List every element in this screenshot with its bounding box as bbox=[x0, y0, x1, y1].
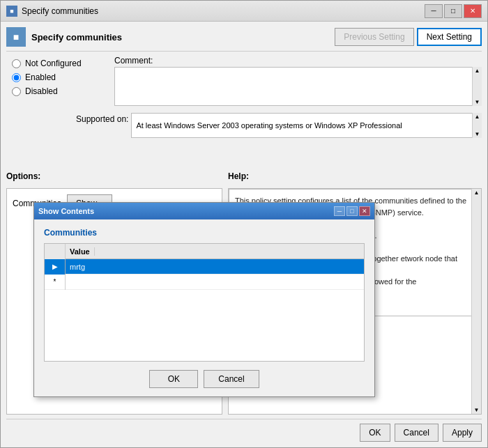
cancel-button[interactable]: Cancel bbox=[395, 424, 439, 442]
window-title: Specify communities bbox=[22, 6, 98, 16]
main-window: ■ Specify communities ─ □ ✕ ■ Specify co… bbox=[0, 0, 488, 448]
table-cell-value: mrtg bbox=[66, 263, 364, 271]
dialog-content: Communities Value ▶ mrtg bbox=[34, 219, 374, 396]
dialog-bottom-buttons: OK Cancel bbox=[44, 367, 365, 388]
next-setting-button[interactable]: Next Setting bbox=[417, 28, 482, 46]
supported-value: At least Windows Server 2003 operating s… bbox=[136, 121, 402, 130]
dialog-maximize-button[interactable]: □ bbox=[346, 206, 358, 216]
dialog-title: Show Contents bbox=[38, 207, 94, 215]
policy-icon: ■ bbox=[6, 27, 26, 47]
comment-scrollbar-up[interactable]: ▲ bbox=[473, 68, 481, 74]
title-bar-left: ■ Specify communities bbox=[6, 6, 98, 17]
supported-section: Supported on: At least Windows Server 20… bbox=[76, 113, 482, 138]
table-header: Value bbox=[45, 244, 364, 259]
dialog-cancel-button[interactable]: Cancel bbox=[204, 370, 259, 388]
header-left: ■ Specify communities bbox=[6, 27, 122, 47]
disabled-label: Disabled bbox=[25, 86, 58, 96]
dialog-section-label: Communities bbox=[44, 228, 365, 238]
comment-textarea[interactable] bbox=[114, 67, 482, 106]
enabled-radio[interactable] bbox=[12, 73, 21, 82]
table-gutter-asterisk: * bbox=[45, 275, 66, 290]
supported-scrollbar-down[interactable]: ▼ bbox=[473, 131, 481, 137]
close-button[interactable]: ✕ bbox=[464, 4, 482, 18]
options-label: Options: bbox=[6, 171, 222, 181]
supported-text: At least Windows Server 2003 operating s… bbox=[131, 113, 482, 138]
table-row[interactable]: * bbox=[45, 275, 364, 290]
config-section: Not Configured Enabled Disabled Comment: bbox=[6, 56, 482, 132]
help-scroll-down[interactable]: ▼ bbox=[473, 407, 480, 413]
supported-scrollbar-up[interactable]: ▲ bbox=[473, 114, 481, 120]
previous-setting-button[interactable]: Previous Setting bbox=[335, 28, 413, 46]
bottom-buttons: OK Cancel Apply bbox=[6, 419, 482, 442]
help-header: Help: bbox=[228, 171, 249, 181]
options-header: Options: bbox=[6, 171, 40, 181]
minimize-button[interactable]: ─ bbox=[425, 4, 443, 18]
dialog-ok-button[interactable]: OK bbox=[149, 370, 198, 388]
dialog-minimize-button[interactable]: ─ bbox=[334, 206, 345, 216]
help-scrollbar[interactable]: ▲ ▼ bbox=[471, 189, 481, 414]
dialog-close-button[interactable]: ✕ bbox=[359, 206, 370, 216]
supported-label: Supported on: bbox=[76, 113, 128, 124]
communities-table: Value ▶ mrtg * bbox=[44, 243, 365, 362]
not-configured-label: Not Configured bbox=[25, 59, 82, 68]
maximize-button[interactable]: □ bbox=[444, 4, 462, 18]
comment-section: Comment: ▲ ▼ bbox=[114, 56, 482, 108]
comment-label: Comment: bbox=[114, 56, 482, 65]
table-header-value: Value bbox=[66, 247, 95, 256]
ok-button[interactable]: OK bbox=[360, 424, 390, 442]
show-contents-dialog: Show Contents ─ □ ✕ Communities Value bbox=[33, 202, 375, 397]
panel-labels-row: Options: Help: bbox=[6, 137, 482, 181]
table-rows: ▶ mrtg * bbox=[45, 259, 364, 290]
window-icon: ■ bbox=[6, 6, 17, 17]
help-label-container: Help: bbox=[228, 171, 482, 181]
title-bar-controls: ─ □ ✕ bbox=[425, 4, 482, 18]
disabled-radio[interactable] bbox=[12, 87, 21, 96]
policy-title: Specify communities bbox=[31, 32, 122, 43]
comment-scrollbar-down[interactable]: ▼ bbox=[473, 99, 481, 105]
apply-button[interactable]: Apply bbox=[443, 424, 482, 442]
enabled-label: Enabled bbox=[25, 72, 56, 82]
not-configured-radio[interactable] bbox=[12, 59, 21, 68]
header-row: ■ Specify communities Previous Setting N… bbox=[6, 27, 482, 52]
table-row[interactable]: ▶ mrtg bbox=[45, 259, 364, 275]
table-header-gutter bbox=[45, 244, 66, 259]
header-buttons: Previous Setting Next Setting bbox=[335, 28, 482, 46]
dialog-title-controls: ─ □ ✕ bbox=[334, 206, 370, 216]
help-scroll-up[interactable]: ▲ bbox=[473, 190, 480, 196]
table-gutter-arrow: ▶ bbox=[45, 259, 66, 275]
title-bar: ■ Specify communities ─ □ ✕ bbox=[1, 1, 487, 22]
dialog-title-bar: Show Contents ─ □ ✕ bbox=[34, 203, 374, 219]
